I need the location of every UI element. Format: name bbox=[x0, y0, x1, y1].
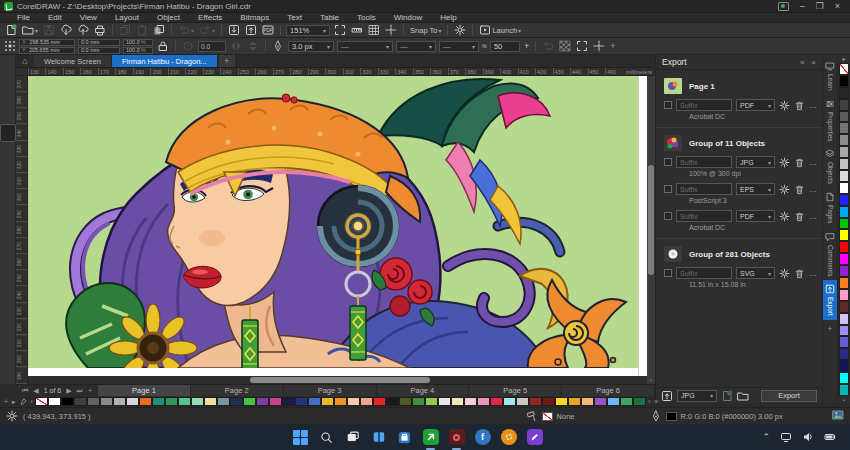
color-swatch[interactable] bbox=[581, 397, 594, 406]
scale-y-field[interactable]: 100.0% bbox=[123, 47, 153, 54]
lock-ratio-button[interactable] bbox=[156, 40, 170, 52]
show-guides-button[interactable] bbox=[384, 24, 398, 36]
export-delete-trash-icon[interactable] bbox=[794, 184, 805, 195]
color-swatch-none[interactable] bbox=[35, 397, 48, 406]
color-swatch[interactable] bbox=[61, 397, 74, 406]
color-swatch[interactable] bbox=[839, 360, 849, 372]
color-swatch[interactable] bbox=[839, 265, 849, 277]
palette-flyout-arrow[interactable]: ▸ bbox=[842, 56, 845, 63]
color-swatch[interactable] bbox=[74, 397, 87, 406]
export-more-options[interactable]: … bbox=[809, 185, 818, 194]
menu-object[interactable]: Object bbox=[148, 13, 189, 22]
menu-effects[interactable]: Effects bbox=[189, 13, 231, 22]
color-swatch[interactable] bbox=[308, 397, 321, 406]
color-swatch-none[interactable] bbox=[839, 63, 849, 75]
export-settings-gear-icon[interactable] bbox=[779, 184, 790, 195]
pan-tool[interactable] bbox=[1, 108, 15, 124]
color-swatch[interactable] bbox=[503, 397, 516, 406]
docker-tab-objects[interactable]: Objects bbox=[823, 145, 838, 188]
color-swatch[interactable] bbox=[839, 75, 849, 87]
color-swatch[interactable] bbox=[839, 134, 849, 146]
ruler-origin-corner[interactable] bbox=[16, 68, 28, 75]
color-swatch[interactable] bbox=[839, 170, 849, 182]
color-swatch[interactable] bbox=[139, 397, 152, 406]
menu-layout[interactable]: Layout bbox=[106, 13, 148, 22]
close-curve-button[interactable] bbox=[541, 40, 555, 52]
docker-tab-comments[interactable]: Comments bbox=[823, 228, 838, 280]
battery-tray-icon[interactable] bbox=[824, 431, 836, 443]
paste-button[interactable] bbox=[135, 24, 149, 36]
open-button[interactable]: ▾ bbox=[21, 24, 39, 36]
launch-dropdown[interactable]: Launch▾ bbox=[478, 24, 522, 36]
color-swatch[interactable] bbox=[594, 397, 607, 406]
color-swatch[interactable] bbox=[217, 397, 230, 406]
duplicate-button[interactable] bbox=[152, 24, 166, 36]
minimize-button[interactable]: – bbox=[800, 2, 805, 11]
add-docker-button[interactable]: + bbox=[827, 320, 832, 334]
color-swatch[interactable] bbox=[243, 397, 256, 406]
artistic-media-tool[interactable] bbox=[1, 142, 15, 158]
end-arrowhead-select[interactable]: —▾ bbox=[439, 41, 479, 52]
export-format-select[interactable]: JPG▾ bbox=[736, 156, 775, 168]
export-action-button[interactable]: Export bbox=[761, 390, 817, 402]
zoom-level-select[interactable]: 151%▾ bbox=[286, 25, 330, 36]
export-settings-gear-icon[interactable] bbox=[779, 211, 790, 222]
color-swatch[interactable] bbox=[399, 397, 412, 406]
menu-text[interactable]: Text bbox=[278, 13, 311, 22]
rectangle-tool[interactable] bbox=[1, 159, 15, 175]
color-swatch[interactable] bbox=[100, 397, 113, 406]
fullscreen-button[interactable] bbox=[333, 24, 347, 36]
last-page-button[interactable]: ⏭ bbox=[77, 387, 83, 395]
color-swatch[interactable] bbox=[839, 348, 849, 360]
color-swatch[interactable] bbox=[490, 397, 503, 406]
export-format-select[interactable]: PDF▾ bbox=[736, 99, 775, 111]
export-button[interactable] bbox=[244, 24, 258, 36]
taskbar-recorder-button[interactable] bbox=[448, 429, 465, 446]
color-swatch[interactable] bbox=[282, 397, 295, 406]
color-swatch[interactable] bbox=[839, 194, 849, 206]
outline-color-swatch[interactable] bbox=[666, 412, 677, 421]
drop-shadow-tool[interactable] bbox=[1, 261, 15, 277]
dimension-tool[interactable] bbox=[1, 244, 15, 260]
cloud-save-button[interactable] bbox=[76, 24, 90, 36]
palette-scroll-down-arrow[interactable]: ⌄ bbox=[841, 396, 846, 403]
color-swatch[interactable] bbox=[477, 397, 490, 406]
ellipse-tool[interactable] bbox=[1, 176, 15, 192]
color-swatch[interactable] bbox=[839, 277, 849, 289]
options-button[interactable] bbox=[453, 24, 467, 36]
taskbar-coreldraw-button[interactable] bbox=[422, 429, 439, 446]
export-format-select[interactable]: EPS▾ bbox=[736, 183, 775, 195]
color-swatch[interactable] bbox=[839, 182, 849, 194]
color-swatch[interactable] bbox=[87, 397, 100, 406]
taskbar-facebook-button[interactable]: f bbox=[474, 429, 491, 446]
freehand-tool[interactable] bbox=[1, 125, 15, 141]
page-tab[interactable]: Page 6 bbox=[562, 385, 655, 396]
export-settings-gear-icon[interactable] bbox=[779, 157, 790, 168]
docker-tab-properties[interactable]: Properties bbox=[823, 95, 838, 146]
color-swatch[interactable] bbox=[373, 397, 386, 406]
horizontal-ruler[interactable]: 1301401501601701801902002102202302402502… bbox=[16, 68, 655, 76]
palette-expand-arrow[interactable]: » bbox=[652, 398, 660, 405]
fill-color-swatch[interactable] bbox=[542, 412, 553, 421]
export-suffix-input[interactable] bbox=[676, 267, 732, 279]
wrap-text-button[interactable] bbox=[592, 40, 606, 52]
color-swatch[interactable] bbox=[607, 397, 620, 406]
reduce-nodes-button[interactable] bbox=[558, 40, 572, 52]
import-button[interactable] bbox=[227, 24, 241, 36]
hidden-icons-chevron[interactable]: ⌃ bbox=[762, 432, 770, 442]
vertical-ruler[interactable]: 3703603503403303203103002902802702602502… bbox=[16, 76, 28, 384]
color-swatch[interactable] bbox=[839, 87, 849, 99]
taskbar-store-button[interactable] bbox=[396, 429, 413, 446]
color-swatch[interactable] bbox=[230, 397, 243, 406]
color-swatch[interactable] bbox=[256, 397, 269, 406]
zoom-corner-icon[interactable]: ⌕ bbox=[647, 376, 655, 384]
line-style-select[interactable]: —▾ bbox=[337, 41, 393, 52]
save-button[interactable] bbox=[42, 24, 56, 36]
show-grid-button[interactable] bbox=[367, 24, 381, 36]
export-suffix-input[interactable] bbox=[676, 183, 732, 195]
color-swatch[interactable] bbox=[633, 397, 646, 406]
add-property-button[interactable]: + bbox=[609, 41, 616, 51]
docker-tab-pages[interactable]: Pages bbox=[823, 188, 838, 227]
redo-button[interactable]: ▾ bbox=[198, 24, 216, 36]
color-swatch[interactable] bbox=[555, 397, 568, 406]
